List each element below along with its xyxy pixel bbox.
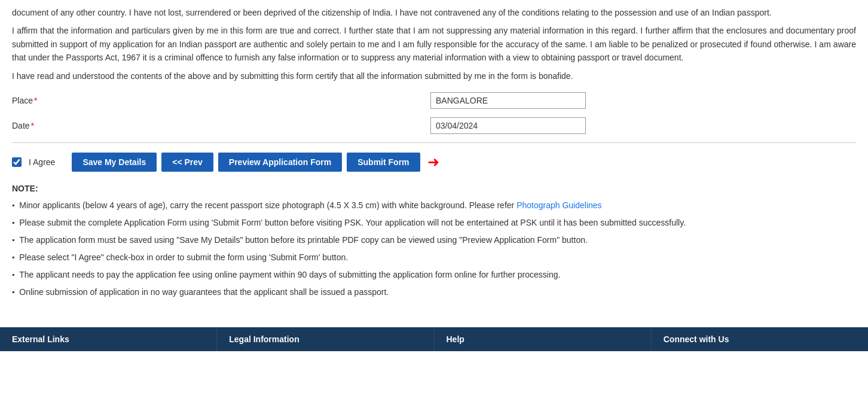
footer-legal-information[interactable]: Legal Information [217, 327, 434, 351]
agree-checkbox[interactable] [12, 157, 22, 167]
note-section: NOTE: Minor applicants (below 4 years of… [12, 184, 856, 299]
date-field-row: Date* [12, 117, 856, 134]
footer-connect[interactable]: Connect with Us [652, 327, 868, 351]
date-required: * [31, 121, 34, 130]
arrow-icon: ➜ [427, 154, 439, 171]
prev-button[interactable]: << Prev [161, 153, 213, 172]
agree-label[interactable]: I Agree [29, 157, 55, 167]
footer: External Links Legal Information Help Co… [0, 327, 868, 351]
note-item-6: Online submission of application in no w… [12, 286, 856, 299]
submit-button[interactable]: Submit Form [347, 153, 420, 172]
date-label: Date* [12, 121, 430, 130]
declaration-section: document of any other country. I have no… [12, 6, 856, 83]
place-input[interactable] [430, 92, 586, 109]
date-input[interactable] [430, 117, 586, 134]
footer-help[interactable]: Help [435, 327, 652, 351]
photo-guidelines-link[interactable]: Photograph Guidelines [516, 200, 601, 210]
save-button[interactable]: Save My Details [72, 153, 157, 172]
place-required: * [34, 96, 37, 105]
note-item-2: Please submit the complete Application F… [12, 217, 856, 229]
place-field-row: Place* [12, 92, 856, 109]
footer-external-links[interactable]: External Links [0, 327, 217, 351]
note-item-2-text: Please submit the complete Application F… [19, 217, 686, 229]
note-item-5-text: The applicant needs to pay the applicati… [19, 269, 560, 281]
action-row: I Agree Save My Details << Prev Preview … [12, 153, 856, 172]
place-label: Place* [12, 96, 430, 105]
declaration-para1: document of any other country. I have no… [12, 6, 856, 19]
note-item-6-text: Online submission of application in no w… [19, 286, 389, 299]
note-item-3: The application form must be saved using… [12, 234, 856, 246]
note-item-4: Please select "I Agree" check-box in ord… [12, 251, 856, 264]
declaration-para3: I have read and understood the contents … [12, 69, 856, 83]
note-item-3-text: The application form must be saved using… [19, 234, 588, 246]
note-item-1-text: Minor applicants (below 4 years of age),… [19, 199, 601, 212]
note-title: NOTE: [12, 184, 856, 193]
divider [12, 142, 856, 143]
note-item-4-text: Please select "I Agree" check-box in ord… [19, 251, 348, 264]
note-item-5: The applicant needs to pay the applicati… [12, 269, 856, 281]
note-item-1: Minor applicants (below 4 years of age),… [12, 199, 856, 212]
note-list: Minor applicants (below 4 years of age),… [12, 199, 856, 299]
main-content: document of any other country. I have no… [0, 0, 868, 315]
declaration-para2: I affirm that the information and partic… [12, 24, 856, 64]
preview-button[interactable]: Preview Application Form [218, 153, 342, 172]
